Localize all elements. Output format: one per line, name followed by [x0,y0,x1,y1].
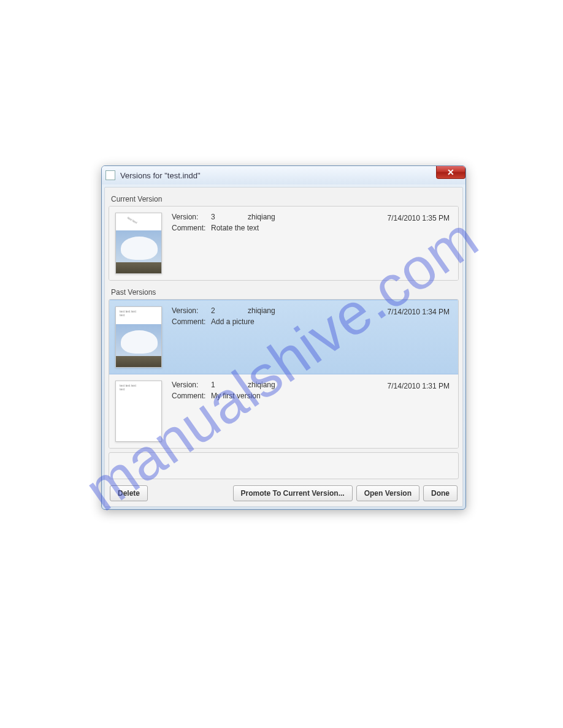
version-thumbnail: text text texttext [115,306,162,368]
version-comment: Add a picture [211,317,255,326]
open-version-button[interactable]: Open Version [356,485,419,501]
version-row-current[interactable]: text text Version: 3 zhiqiang Comment: R… [109,207,458,280]
version-row-past[interactable]: text text texttext Version: 2 zhiqiang C… [109,300,458,374]
dialog-client-area: Current Version text text Version: 3 zhi… [104,187,463,507]
past-versions-label: Past Versions [109,284,459,299]
version-timestamp: 7/14/2010 1:34 PM [388,308,450,316]
version-user: zhiqiang [248,381,275,389]
versions-dialog: Versions for "test.indd" ✕ Current Versi… [101,165,466,510]
current-version-panel: text text Version: 3 zhiqiang Comment: R… [109,206,459,281]
version-number: 1 [211,381,248,389]
comment-label: Comment: [172,317,211,326]
version-user: zhiqiang [248,306,275,315]
version-user: zhiqiang [248,213,275,221]
version-number: 2 [211,306,248,315]
version-timestamp: 7/14/2010 1:35 PM [388,214,450,222]
close-icon: ✕ [447,167,454,177]
done-button[interactable]: Done [423,485,458,501]
thumb-tiny-text: text text texttext [120,384,136,391]
version-label: Version: [172,213,211,221]
current-version-label: Current Version [109,191,459,206]
version-thumbnail: text text texttext [115,381,162,442]
delete-button[interactable]: Delete [110,485,148,501]
comment-label: Comment: [172,224,211,232]
version-timestamp: 7/14/2010 1:31 PM [388,382,450,390]
button-bar: Delete Promote To Current Version... Ope… [109,483,459,502]
version-row-past[interactable]: text text texttext Version: 1 zhiqiang C… [109,374,458,448]
version-comment: Rotate the text [211,224,259,232]
version-thumbnail: text text [115,213,162,274]
window-title: Versions for "test.indd" [120,171,201,180]
version-label: Version: [172,381,211,389]
version-comment: My first version [211,392,261,400]
titlebar[interactable]: Versions for "test.indd" ✕ [102,166,465,184]
thumb-tiny-text: text text texttext [120,309,136,317]
close-button[interactable]: ✕ [436,165,465,179]
promote-button[interactable]: Promote To Current Version... [233,485,353,501]
past-versions-panel: text text texttext Version: 2 zhiqiang C… [109,299,459,449]
empty-panel [109,452,459,479]
thumb-rotated-text: text text [127,216,138,224]
version-number: 3 [211,213,248,221]
version-label: Version: [172,306,211,315]
comment-label: Comment: [172,392,211,400]
app-icon [105,170,115,180]
